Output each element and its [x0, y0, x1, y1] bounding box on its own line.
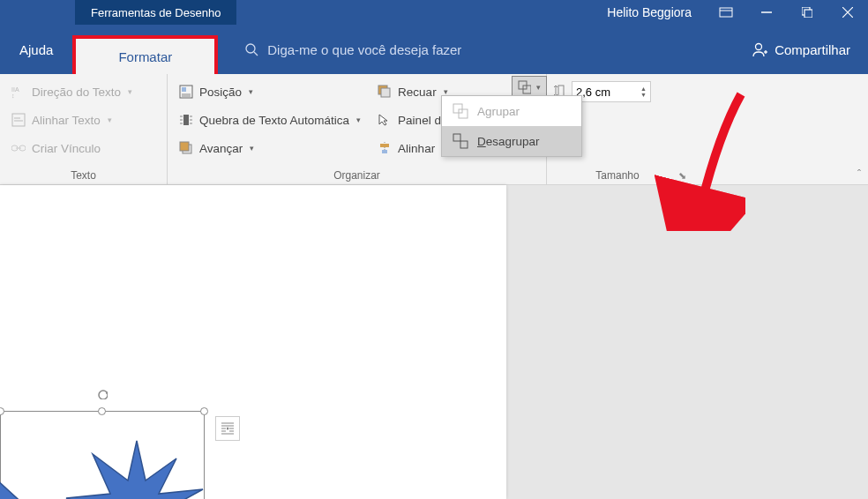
spinner-icon[interactable]: ▲▼	[640, 86, 647, 98]
group-icon	[518, 80, 531, 94]
close-button[interactable]	[827, 0, 868, 25]
minimize-button[interactable]	[746, 0, 787, 25]
dialog-launcher-icon[interactable]: ⬊	[678, 170, 686, 182]
share-user-icon	[752, 41, 767, 57]
group-label-texto: Texto	[7, 169, 160, 184]
position-icon	[178, 84, 194, 100]
svg-rect-21	[182, 87, 186, 92]
tab-formatar[interactable]: Formatar	[72, 35, 218, 74]
text-direction-icon: IIA↕	[11, 84, 26, 100]
title-bar: Ferramentas de Desenho Helito Beggiora	[0, 0, 868, 25]
group-icon	[453, 103, 468, 119]
svg-rect-36	[380, 144, 389, 147]
share-button[interactable]: Compartilhar	[752, 41, 850, 57]
search-icon	[244, 42, 258, 56]
direcao-texto-button: IIA↕ Direção do Texto ▾	[7, 78, 160, 106]
posicao-button[interactable]: Posição ▾	[175, 78, 364, 106]
resize-handle[interactable]	[98, 407, 106, 415]
svg-rect-4	[804, 10, 812, 18]
resize-handle[interactable]	[0, 407, 4, 415]
chevron-down-icon: ▾	[356, 115, 361, 124]
chevron-down-icon: ▾	[128, 87, 132, 96]
quebra-texto-button[interactable]: Quebra de Texto Automática ▾	[175, 106, 364, 134]
ungroup-icon	[453, 133, 468, 149]
layout-options-icon	[220, 421, 236, 436]
maximize-button[interactable]	[787, 0, 827, 25]
rotate-handle[interactable]	[97, 389, 108, 399]
window-controls	[706, 0, 868, 25]
chevron-down-icon: ▾	[250, 144, 254, 153]
ribbon-display-button[interactable]	[706, 0, 746, 25]
group-label-organizar: Organizar	[175, 169, 539, 184]
svg-rect-37	[382, 150, 387, 153]
bring-forward-icon	[178, 140, 194, 156]
chevron-down-icon: ▾	[108, 115, 112, 124]
group-texto: IIA↕ Direção do Texto ▾ Alinhar Texto ▾ …	[0, 74, 168, 184]
document-area	[0, 185, 868, 499]
chevron-down-icon: ▾	[249, 87, 253, 96]
menu-item-agrupar: AAgrupargrupar	[442, 96, 581, 126]
svg-rect-0	[720, 8, 732, 17]
height-input[interactable]: 2,6 cm ▲▼	[572, 81, 651, 102]
chevron-down-icon: ▾	[536, 83, 541, 92]
svg-rect-42	[453, 104, 462, 113]
selection-pane-icon	[377, 112, 393, 128]
svg-point-46	[99, 391, 108, 399]
agrupar-dropdown-menu: AAgrupargrupar Desagrupar	[441, 95, 582, 157]
layout-options-button[interactable]	[215, 416, 240, 441]
svg-text:↕: ↕	[11, 93, 15, 99]
user-name[interactable]: Helito Beggiora	[607, 5, 692, 19]
svg-rect-24	[183, 115, 189, 125]
tell-me-placeholder: Diga-me o que você deseja fazer	[267, 42, 461, 57]
svg-rect-34	[381, 88, 390, 97]
wrap-text-icon	[178, 112, 194, 128]
svg-rect-44	[453, 134, 460, 141]
svg-line-8	[254, 52, 258, 56]
svg-point-7	[246, 44, 255, 53]
align-icon	[377, 140, 393, 156]
tell-me-search[interactable]: Diga-me o que você deseja fazer	[244, 42, 461, 57]
shape-arrow[interactable]	[0, 458, 62, 499]
alinhar-texto-button: Alinhar Texto ▾	[7, 106, 160, 134]
avancar-button[interactable]: Avançar ▾	[175, 134, 364, 162]
svg-rect-45	[460, 141, 468, 148]
send-backward-icon	[377, 84, 393, 100]
svg-rect-43	[459, 109, 468, 118]
criar-vinculo-button: Criar Vínculo	[7, 134, 160, 162]
group-label-tamanho: Tamanho	[554, 169, 681, 184]
align-text-icon	[11, 112, 26, 128]
link-icon	[11, 140, 26, 156]
page[interactable]	[0, 185, 506, 499]
drawing-tools-tab: Ferramentas de Desenho	[75, 0, 236, 25]
svg-rect-32	[180, 142, 189, 151]
ribbon: IIA↕ Direção do Texto ▾ Alinhar Texto ▾ …	[0, 74, 868, 185]
resize-handle[interactable]	[200, 407, 208, 415]
svg-rect-14	[12, 114, 25, 126]
tab-ajuda[interactable]: Ajuda	[0, 25, 72, 74]
shape-star-explosion[interactable]	[62, 432, 212, 499]
svg-text:IIA: IIA	[11, 86, 19, 93]
menu-item-desagrupar[interactable]: Desagrupar	[442, 126, 581, 156]
tab-bar: Ajuda Formatar Diga-me o que você deseja…	[0, 25, 868, 74]
collapse-ribbon-button[interactable]: ˆ	[857, 168, 861, 181]
svg-point-9	[756, 44, 762, 50]
share-label: Compartilhar	[774, 42, 850, 57]
